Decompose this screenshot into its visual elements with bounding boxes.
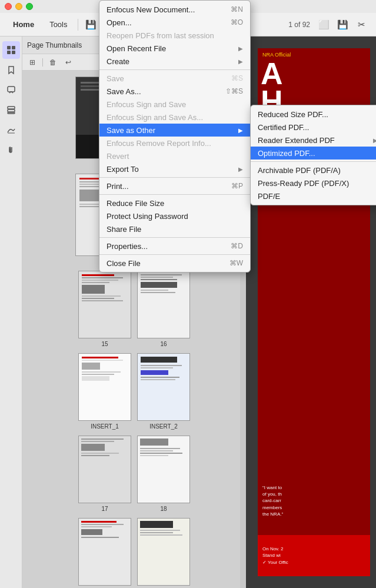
menu-item-enfocus-remove: Enfocus Remove Report Info...	[99, 137, 250, 150]
menu-item-save-as[interactable]: Save As... ⇧⌘S	[99, 85, 250, 98]
menu-item-save-as-other[interactable]: Save as Other ▶	[99, 124, 250, 137]
menu-separator-4	[99, 237, 250, 238]
submenu-item-certified-pdf[interactable]: Certified PDF...	[251, 121, 376, 134]
menu-item-print[interactable]: Print... ⌘P	[99, 180, 250, 192]
menu-item-reduce-file-size[interactable]: Reduce File Size	[99, 197, 250, 210]
menu-item-enfocus-new[interactable]: Enfocus New Document... ⌘N	[99, 3, 250, 16]
menu-separator-1	[99, 69, 250, 70]
menu-item-properties[interactable]: Properties... ⌘D	[99, 240, 250, 253]
menu-item-enfocus-sign-save: Enfocus Sign and Save	[99, 98, 250, 111]
submenu-item-optimized-pdf[interactable]: Optimized PDF...	[251, 147, 376, 160]
save-as-other-submenu: Reduced Size PDF... Certified PDF... Rea…	[250, 105, 376, 205]
menu-separator-3	[99, 194, 250, 195]
submenu-item-pdf-e[interactable]: PDF/E	[251, 190, 376, 202]
submenu-item-reader-extended-pdf[interactable]: Reader Extended PDF ▶	[251, 134, 376, 147]
menu-item-close-file[interactable]: Close File ⌘W	[99, 257, 250, 270]
menu-item-enfocus-sign-save-as: Enfocus Sign and Save As...	[99, 111, 250, 124]
menu-item-revert: Revert	[99, 150, 250, 162]
menu-separator-2	[99, 177, 250, 178]
dropdown-overlay: Enfocus New Document... ⌘N Open... ⌘O Re…	[0, 0, 376, 588]
submenu-item-archivable-pdf[interactable]: Archivable PDF (PDF/A)	[251, 164, 376, 177]
submenu-item-reduced-size-pdf[interactable]: Reduced Size PDF...	[251, 108, 376, 121]
menu-item-save: Save ⌘S	[99, 72, 250, 85]
menu-item-open-recent[interactable]: Open Recent File ▶	[99, 42, 250, 55]
menu-item-export-to[interactable]: Export To ▶	[99, 162, 250, 175]
submenu-separator-1	[251, 161, 376, 162]
menu-item-open[interactable]: Open... ⌘O	[99, 16, 250, 29]
submenu-item-press-ready-pdf[interactable]: Press-Ready PDF (PDF/X)	[251, 177, 376, 190]
menu-item-create[interactable]: Create ▶	[99, 55, 250, 68]
menu-item-share-file[interactable]: Share File	[99, 222, 250, 235]
menu-separator-5	[99, 254, 250, 255]
menu-item-reopen-pdfs: Reopen PDFs from last session	[99, 29, 250, 42]
menu-item-protect-password[interactable]: Protect Using Password	[99, 210, 250, 222]
context-menu: Enfocus New Document... ⌘N Open... ⌘O Re…	[99, 0, 251, 273]
